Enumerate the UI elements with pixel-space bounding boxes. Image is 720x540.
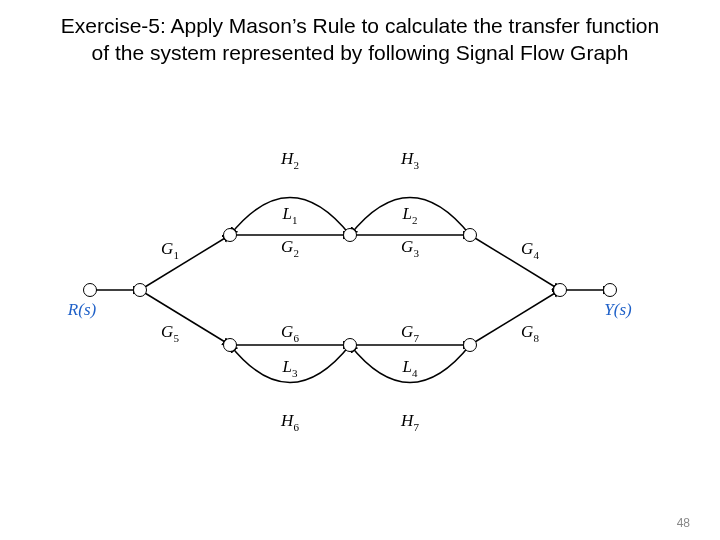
label-G4: G4 [521,239,539,260]
node-R [83,283,97,297]
label-L4: L4 [403,357,418,378]
label-Ys: Y(s) [604,300,631,320]
node-x6 [223,338,237,352]
label-G1: G1 [161,239,179,260]
node-x2 [223,228,237,242]
label-L2: L2 [403,204,418,225]
label-H2: H2 [281,149,299,170]
title-line-2: of the system represented by following S… [92,41,629,64]
sfg-edges [90,120,630,460]
node-x5 [553,283,567,297]
label-G2: G2 [281,237,299,258]
label-G6: G6 [281,322,299,343]
node-x3 [343,228,357,242]
page-number: 48 [677,516,690,530]
label-H7: H7 [401,411,419,432]
label-G8: G8 [521,322,539,343]
signal-flow-graph: R(s) Y(s) G1 G2 G3 G4 G5 G6 G7 G8 H2 H3 … [90,120,630,460]
node-Y [603,283,617,297]
label-G5: G5 [161,322,179,343]
slide-title: Exercise-5: Apply Mason’s Rule to calcul… [0,0,720,67]
label-Rs: R(s) [68,300,96,320]
label-L1: L1 [283,204,298,225]
node-x8 [463,338,477,352]
label-H3: H3 [401,149,419,170]
node-x7 [343,338,357,352]
label-G3: G3 [401,237,419,258]
title-line-1: Exercise-5: Apply Mason’s Rule to calcul… [61,14,659,37]
label-H6: H6 [281,411,299,432]
label-L3: L3 [283,357,298,378]
node-x1 [133,283,147,297]
label-G7: G7 [401,322,419,343]
node-x4 [463,228,477,242]
